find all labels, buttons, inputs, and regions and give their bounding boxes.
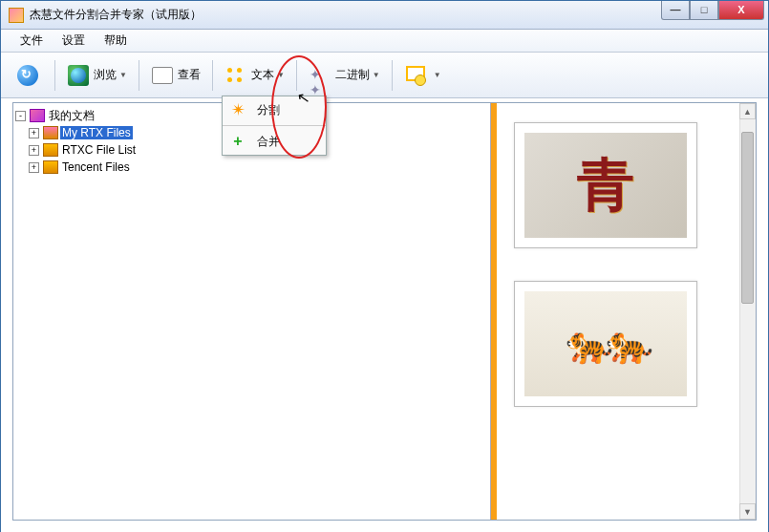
- text-button[interactable]: 文本 ▼: [219, 60, 290, 91]
- scroll-down-button[interactable]: ▼: [739, 503, 756, 520]
- thumbnail[interactable]: 青: [514, 122, 697, 248]
- dropdown-merge[interactable]: + 合并: [223, 128, 326, 155]
- merge-icon: +: [228, 132, 247, 151]
- scrollbar[interactable]: ▲ ▼: [739, 103, 756, 520]
- app-window: 杰慧文件分割合并专家（试用版） — □ X 文件 设置 帮助 浏览 ▼ 查看 文…: [0, 0, 769, 532]
- window-buttons: — □ X: [661, 1, 768, 30]
- badge-button[interactable]: ▼: [398, 60, 447, 91]
- dots-icon: [225, 65, 246, 86]
- book-icon: [152, 67, 173, 84]
- preview-pane: 青 🐅🐅 ▲ ▼: [497, 103, 756, 520]
- certificate-icon: [405, 65, 426, 86]
- documents-icon: [30, 109, 45, 122]
- separator: [223, 125, 326, 126]
- window-title: 杰慧文件分割合并专家（试用版）: [30, 7, 661, 23]
- thumbnail[interactable]: 🐅🐅: [514, 281, 697, 407]
- separator: [296, 60, 297, 91]
- tree-item-label: RTXC File List: [60, 143, 138, 157]
- binary-button[interactable]: 二进制 ▼: [303, 60, 386, 91]
- tree-pane: - 我的文档 + My RTX Files + RTXC File List +: [13, 103, 491, 520]
- tree-item[interactable]: + Tencent Files: [15, 159, 488, 176]
- close-button[interactable]: X: [718, 1, 764, 20]
- collapse-icon[interactable]: -: [15, 111, 26, 121]
- separator: [392, 60, 393, 91]
- titlebar[interactable]: 杰慧文件分割合并专家（试用版） — □ X: [1, 1, 768, 30]
- minimize-button[interactable]: —: [661, 1, 690, 20]
- tree-item-label: My RTX Files: [60, 126, 133, 139]
- sparkle-icon: [310, 65, 331, 86]
- dropdown-merge-label: 合并: [257, 134, 280, 150]
- chevron-down-icon: ▼: [373, 71, 380, 79]
- text-label: 文本: [251, 67, 274, 83]
- browse-button[interactable]: 浏览 ▼: [61, 60, 133, 91]
- menu-settings[interactable]: 设置: [53, 30, 95, 52]
- chevron-down-icon: ▼: [434, 71, 441, 79]
- refresh-button[interactable]: [11, 60, 49, 91]
- tree-item-label: Tencent Files: [60, 160, 132, 174]
- browse-label: 浏览: [94, 67, 117, 83]
- view-button[interactable]: 查看: [145, 60, 206, 91]
- separator: [54, 60, 55, 91]
- text-dropdown-menu: ✴ 分割 + 合并: [222, 96, 327, 156]
- split-icon: ✴: [228, 100, 247, 119]
- maximize-button[interactable]: □: [690, 1, 718, 20]
- menu-file[interactable]: 文件: [11, 30, 53, 52]
- view-label: 查看: [178, 67, 201, 83]
- separator: [212, 60, 213, 91]
- dropdown-split-label: 分割: [257, 102, 280, 118]
- folder-icon: [43, 126, 58, 139]
- content-area: - 我的文档 + My RTX Files + RTXC File List +: [12, 102, 757, 521]
- refresh-icon: [17, 65, 38, 86]
- folder-icon: [43, 160, 58, 174]
- thumbnail-list: 青 🐅🐅: [497, 103, 756, 520]
- thumbnail-image: 青: [524, 133, 687, 238]
- expand-icon[interactable]: +: [29, 162, 39, 173]
- chevron-down-icon: ▼: [277, 71, 285, 79]
- binary-label: 二进制: [335, 67, 370, 83]
- chevron-down-icon: ▼: [119, 71, 127, 79]
- app-icon: [9, 8, 24, 23]
- thumbnail-image: 🐅🐅: [524, 291, 687, 396]
- tree-root-label: 我的文档: [47, 108, 96, 124]
- expand-icon[interactable]: +: [29, 145, 39, 156]
- separator: [139, 60, 139, 91]
- dropdown-split[interactable]: ✴ 分割: [223, 96, 326, 123]
- folder-icon: [43, 143, 58, 157]
- globe-icon: [68, 65, 89, 86]
- scroll-thumb[interactable]: [741, 132, 754, 304]
- toolbar: 浏览 ▼ 查看 文本 ▼ 二进制 ▼ ▼: [1, 53, 768, 98]
- scroll-up-button[interactable]: ▲: [739, 103, 756, 119]
- expand-icon[interactable]: +: [29, 128, 39, 138]
- menu-help[interactable]: 帮助: [95, 30, 137, 52]
- menubar: 文件 设置 帮助: [1, 30, 768, 53]
